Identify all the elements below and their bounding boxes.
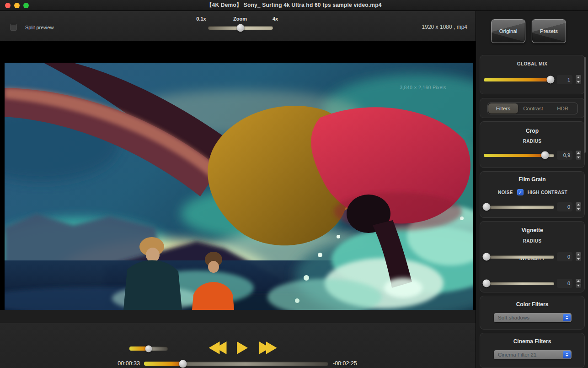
zoom-window-icon[interactable] xyxy=(23,3,29,8)
cinema-filters-selected: Cinema Filter 21 xyxy=(494,352,563,357)
stepper-up-icon[interactable] xyxy=(576,252,581,257)
transport-bar: 00:00:33 -00:02:25 xyxy=(0,323,476,368)
filter-tabs: Filters Contrast HDR xyxy=(487,103,578,114)
stepper-up-icon[interactable] xyxy=(576,75,581,80)
fast-forward-icon xyxy=(266,341,277,354)
cinema-filters-dropdown[interactable]: Cinema Filter 21 xyxy=(494,350,572,359)
stepper-down-icon[interactable] xyxy=(576,80,581,85)
tab-contrast[interactable]: Contrast xyxy=(519,103,548,114)
noise-thumb[interactable] xyxy=(483,203,491,211)
global-mix-value[interactable]: 1 xyxy=(557,75,572,84)
noise-stepper[interactable] xyxy=(575,202,582,212)
cinema-filters-card: Cinema Filters Cinema Filter 21 xyxy=(480,333,585,368)
volume-thumb[interactable] xyxy=(145,345,152,352)
vignette-title: Vignette xyxy=(480,222,584,233)
crop-title: Crop xyxy=(480,122,584,134)
dropdown-chevrons-icon xyxy=(563,351,571,358)
vignette-intensity-thumb[interactable] xyxy=(483,280,491,287)
dropdown-chevrons-icon xyxy=(563,314,571,321)
preview-column: Split preview 0.1x Zoom 4x 1920 x 1080 ,… xyxy=(0,11,476,368)
timeline-fill xyxy=(144,362,183,366)
vignette-radius-label: RADIUS xyxy=(480,233,584,244)
check-icon: ✓ xyxy=(518,190,522,195)
stepper-down-icon[interactable] xyxy=(576,283,581,288)
volume-slider[interactable] xyxy=(129,346,168,351)
window-title: 【4K Demo】 Sony_ Surfing 4k Ultra hd 60 f… xyxy=(206,1,381,9)
timeline-track[interactable] xyxy=(144,362,328,366)
current-time: 00:00:33 xyxy=(114,360,140,367)
crop-radius-label: RADIUS xyxy=(480,134,584,144)
vignette-card: Vignette RADIUS 0 INTENSITY 0 xyxy=(480,221,585,292)
timeline-slider[interactable] xyxy=(144,362,328,366)
stepper-up-icon[interactable] xyxy=(576,279,581,283)
rewind-button[interactable] xyxy=(206,340,230,356)
stepper-up-icon[interactable] xyxy=(576,151,581,155)
title-bar[interactable]: 【4K Demo】 Sony_ Surfing 4k Ultra hd 60 f… xyxy=(0,0,588,11)
global-mix-thumb[interactable] xyxy=(547,76,555,84)
tab-hdr[interactable]: HDR xyxy=(548,103,577,114)
noise-label: NOISE xyxy=(498,190,513,195)
crop-radius-value[interactable]: 0,9 xyxy=(557,151,572,160)
color-filters-selected: Soft shadows xyxy=(494,315,563,320)
color-filters-title: Color Filters xyxy=(480,296,584,308)
crop-radius-thumb[interactable] xyxy=(541,152,549,159)
video-preview-area: 3,840 × 2,160 Pixels xyxy=(0,41,476,310)
cinema-filters-title: Cinema Filters xyxy=(480,333,584,345)
timeline-thumb[interactable] xyxy=(179,360,187,368)
vignette-radius-slider[interactable] xyxy=(484,255,554,259)
minimize-window-icon[interactable] xyxy=(14,3,20,8)
color-filters-dropdown[interactable]: Soft shadows xyxy=(494,313,572,322)
zoom-label: Zoom xyxy=(226,16,254,22)
split-preview-checkbox[interactable] xyxy=(10,24,17,31)
play-icon xyxy=(237,341,248,354)
play-button[interactable] xyxy=(233,340,251,356)
high-contrast-label: HIGH CONTRAST xyxy=(528,190,567,195)
close-window-icon[interactable] xyxy=(5,3,11,8)
vignette-intensity-slider[interactable] xyxy=(484,282,554,285)
global-mix-stepper[interactable] xyxy=(575,75,582,85)
original-button-label: Original xyxy=(499,28,518,34)
crop-radius-fill xyxy=(484,154,545,157)
presets-button-label: Presets xyxy=(540,28,558,34)
tab-filters[interactable]: Filters xyxy=(488,103,518,114)
zoom-slider[interactable] xyxy=(208,26,273,30)
noise-slider[interactable] xyxy=(484,206,554,209)
video-info-text: 1920 x 1080 , mp4 xyxy=(422,24,467,30)
resolution-watermark: 3,840 × 2,160 Pixels xyxy=(380,85,466,90)
fast-forward-button[interactable] xyxy=(256,340,280,356)
original-button[interactable]: Original xyxy=(491,19,525,43)
color-filters-card: Color Filters Soft shadows xyxy=(480,296,585,330)
high-contrast-checkbox[interactable]: ✓ xyxy=(517,189,524,195)
global-mix-card: GLOBAL MIX 1 xyxy=(480,55,585,94)
zoom-slider-track[interactable] xyxy=(208,26,273,30)
volume-track[interactable] xyxy=(129,346,168,351)
preview-footer-strip xyxy=(0,310,476,323)
stepper-down-icon[interactable] xyxy=(576,257,581,262)
crop-card: Crop RADIUS 0,9 xyxy=(480,121,585,168)
film-grain-card: Film Grain NOISE ✓ HIGH CONTRAST 0 xyxy=(480,171,585,218)
vignette-intensity-value[interactable]: 0 xyxy=(557,279,572,288)
film-grain-title: Film Grain xyxy=(480,172,584,183)
crop-radius-stepper[interactable] xyxy=(575,150,582,160)
remaining-time: -00:02:25 xyxy=(333,360,357,367)
sidebar-scrollbar[interactable] xyxy=(584,57,586,153)
top-toolbar: Split preview 0.1x Zoom 4x 1920 x 1080 ,… xyxy=(0,11,476,41)
vignette-intensity-stepper[interactable] xyxy=(575,278,582,288)
vignette-radius-stepper[interactable] xyxy=(575,252,582,262)
vignette-radius-thumb[interactable] xyxy=(483,253,491,261)
global-mix-slider[interactable] xyxy=(484,78,554,81)
global-mix-title: GLOBAL MIX xyxy=(480,55,584,66)
vignette-radius-value[interactable]: 0 xyxy=(557,252,572,261)
noise-value[interactable]: 0 xyxy=(557,202,572,211)
stepper-up-icon[interactable] xyxy=(576,202,581,207)
stepper-down-icon[interactable] xyxy=(576,207,581,212)
crop-radius-slider[interactable] xyxy=(484,154,554,157)
video-frame[interactable]: 3,840 × 2,160 Pixels xyxy=(5,63,473,310)
zoom-slider-thumb[interactable] xyxy=(237,24,245,32)
presets-button[interactable]: Presets xyxy=(532,19,566,43)
zoom-max-label: 4x xyxy=(267,16,283,22)
global-mix-fill xyxy=(484,78,551,81)
traffic-lights xyxy=(5,3,29,8)
stepper-down-icon[interactable] xyxy=(576,155,581,160)
filters-sidebar: Original Presets GLOBAL MIX 1 Filters xyxy=(476,11,588,368)
